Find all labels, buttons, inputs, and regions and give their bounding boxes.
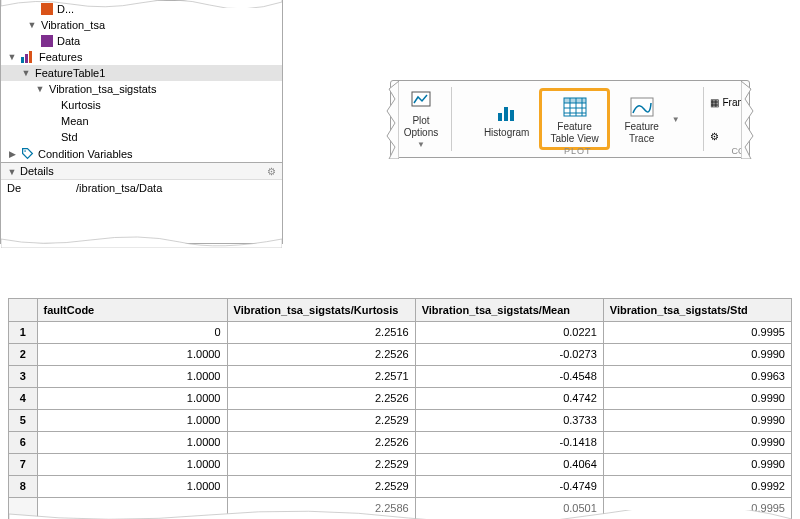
plot-toolstrip: Plot Options ▼ Histogram Feature Table V… (390, 80, 750, 158)
cell-faultcode[interactable]: 1.0000 (37, 365, 227, 387)
cell-mean[interactable]: 0.4064 (415, 453, 603, 475)
cell-kurtosis[interactable]: 2.2526 (227, 431, 415, 453)
col-kurtosis[interactable]: Vibration_tsa_sigstats/Kurtosis (227, 299, 415, 321)
tree-item-sigstats[interactable]: ▼Vibration_tsa_sigstats (1, 81, 282, 97)
cell-kurtosis[interactable]: 2.2571 (227, 365, 415, 387)
row-number: 6 (9, 431, 37, 453)
cell-mean[interactable]: -0.1418 (415, 431, 603, 453)
plot-options-icon (409, 89, 433, 113)
frame-icon: ▦ (710, 97, 719, 108)
row-number: 2 (9, 343, 37, 365)
data-browser-tree: D... ▼Vibration_tsa Data ▼Features ▼Feat… (0, 0, 283, 244)
cell-kurtosis[interactable]: 2.2526 (227, 387, 415, 409)
features-icon (21, 51, 35, 63)
cell-kurtosis[interactable]: 2.2526 (227, 343, 415, 365)
row-number: 7 (9, 453, 37, 475)
cell-std[interactable]: 0.9990 (603, 431, 791, 453)
cell-faultcode[interactable]: 1.0000 (37, 343, 227, 365)
details-header[interactable]: ▼ Details ⚙ (1, 162, 282, 179)
tag-icon (21, 147, 34, 160)
cell-kurtosis[interactable]: 2.2516 (227, 321, 415, 343)
col-mean[interactable]: Vibration_tsa_sigstats/Mean (415, 299, 603, 321)
table-icon (563, 95, 587, 119)
svg-point-0 (24, 150, 26, 152)
feature-trace-icon (630, 95, 654, 119)
cell-std[interactable]: 0.9990 (603, 387, 791, 409)
torn-edge-bottom (1, 236, 282, 248)
cell-mean[interactable]: -0.4548 (415, 365, 603, 387)
tree-item-vibration-tsa[interactable]: ▼Vibration_tsa (1, 17, 282, 33)
cell-mean[interactable]: 0.4742 (415, 387, 603, 409)
feature-trace-button[interactable]: Feature Trace (612, 91, 672, 147)
cell-std[interactable]: 0.9995 (603, 321, 791, 343)
cell-mean[interactable]: 0.0221 (415, 321, 603, 343)
collapse-icon[interactable]: ▼ (21, 68, 31, 78)
cell-std[interactable]: 0.9990 (603, 343, 791, 365)
table-row[interactable]: 41.00002.25260.47420.9990 (9, 387, 792, 409)
section-label: PLOT (564, 146, 592, 156)
col-rownum[interactable] (9, 299, 37, 321)
row-number: 8 (9, 475, 37, 497)
tree-item-features[interactable]: ▼Features (1, 49, 282, 65)
frame-policy-button[interactable]: ▦Fran (710, 97, 743, 108)
collapse-icon[interactable]: ▼ (27, 20, 37, 30)
svg-rect-3 (504, 107, 508, 121)
table-row[interactable]: 102.25160.02210.9995 (9, 321, 792, 343)
svg-rect-2 (498, 113, 502, 121)
row-number: 3 (9, 365, 37, 387)
cell-kurtosis[interactable]: 2.2529 (227, 409, 415, 431)
cell-kurtosis[interactable]: 2.2529 (227, 453, 415, 475)
table-row[interactable]: 61.00002.2526-0.14180.9990 (9, 431, 792, 453)
cell-std[interactable]: 0.9963 (603, 365, 791, 387)
expand-icon[interactable]: ▶ (7, 149, 17, 159)
torn-edge-left (381, 81, 399, 159)
cell-std[interactable]: 0.9992 (603, 475, 791, 497)
chevron-down-icon[interactable]: ▼ (672, 115, 680, 124)
settings-button[interactable]: ⚙ (710, 131, 743, 142)
tree-item-kurtosis[interactable]: Kurtosis (1, 97, 282, 113)
table-row[interactable]: 31.00002.2571-0.45480.9963 (9, 365, 792, 387)
gear-icon[interactable]: ⚙ (267, 166, 276, 177)
tree-item-condition-variables[interactable]: ▶Condition Variables (1, 145, 282, 162)
collapse-icon[interactable]: ▼ (7, 167, 17, 177)
table-row[interactable]: 71.00002.25290.40640.9990 (9, 453, 792, 475)
table-header-row: faultCode Vibration_tsa_sigstats/Kurtosi… (9, 299, 792, 321)
cell-mean[interactable]: -0.0273 (415, 343, 603, 365)
gear-icon: ⚙ (710, 131, 719, 142)
col-faultcode[interactable]: faultCode (37, 299, 227, 321)
tree-item-data[interactable]: Data (1, 33, 282, 49)
cell-faultcode[interactable]: 0 (37, 321, 227, 343)
table-row[interactable]: 21.00002.2526-0.02730.9990 (9, 343, 792, 365)
torn-edge-bottom (9, 510, 792, 520)
cell-faultcode[interactable]: 1.0000 (37, 431, 227, 453)
tree-item-std[interactable]: Std (1, 129, 282, 145)
cell-faultcode[interactable]: 1.0000 (37, 409, 227, 431)
cell-faultcode[interactable]: 1.0000 (37, 475, 227, 497)
row-number: 1 (9, 321, 37, 343)
cell-faultcode[interactable]: 1.0000 (37, 387, 227, 409)
collapse-icon[interactable]: ▼ (35, 84, 45, 94)
collapse-icon[interactable]: ▼ (7, 52, 17, 62)
tree-item-mean[interactable]: Mean (1, 113, 282, 129)
tree-item-featuretable1[interactable]: ▼FeatureTable1 (1, 65, 282, 81)
col-std[interactable]: Vibration_tsa_sigstats/Std (603, 299, 791, 321)
cell-std[interactable]: 0.9990 (603, 453, 791, 475)
feature-table: faultCode Vibration_tsa_sigstats/Kurtosi… (8, 298, 792, 519)
table-row[interactable]: 81.00002.2529-0.47490.9992 (9, 475, 792, 497)
plot-options-button[interactable]: Plot Options ▼ (391, 81, 451, 157)
row-number: 5 (9, 409, 37, 431)
histogram-button[interactable]: Histogram (476, 97, 538, 141)
data-square-icon (41, 35, 53, 47)
feature-table-view-button[interactable]: Feature Table View (539, 88, 609, 150)
cell-mean[interactable]: -0.4749 (415, 475, 603, 497)
svg-rect-12 (564, 98, 586, 103)
table-row[interactable]: 51.00002.25290.37330.9990 (9, 409, 792, 431)
row-number: 4 (9, 387, 37, 409)
details-body: Dexxxxxxxxxx/ibration_tsa/Data (1, 179, 282, 196)
cell-kurtosis[interactable]: 2.2529 (227, 475, 415, 497)
plot-type-group: Histogram Feature Table View Feature Tra… (452, 81, 703, 157)
cell-std[interactable]: 0.9990 (603, 409, 791, 431)
cell-faultcode[interactable]: 1.0000 (37, 453, 227, 475)
cell-mean[interactable]: 0.3733 (415, 409, 603, 431)
histogram-icon (495, 101, 519, 125)
